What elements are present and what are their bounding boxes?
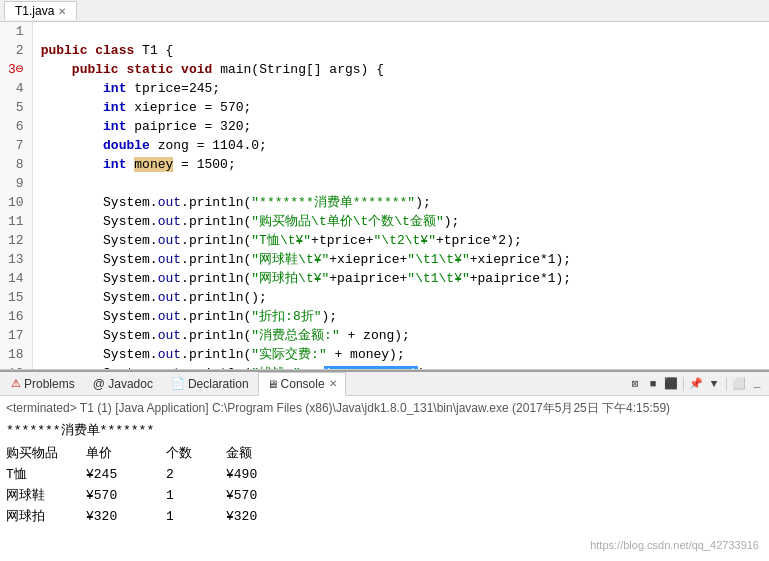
- watermark: https://blog.csdn.net/qq_42733916: [590, 539, 759, 551]
- console-area: <terminated> T1 (1) [Java Application] C…: [0, 396, 769, 561]
- pin-icon[interactable]: 📌: [688, 376, 704, 392]
- table-header-row: 购买物品 单价 个数 金额: [6, 443, 763, 464]
- code-content[interactable]: public class T1 { public static void mai…: [33, 22, 769, 370]
- bottom-tabs-bar: ⚠ Problems @ Javadoc 📄 Declaration 🖥 Con…: [0, 372, 769, 396]
- console-close-icon: ✕: [329, 378, 337, 389]
- console-label: Console: [281, 377, 325, 391]
- problems-label: Problems: [24, 377, 75, 391]
- tab-console[interactable]: 🖥 Console ✕: [258, 372, 346, 396]
- bottom-panel: ⚠ Problems @ Javadoc 📄 Declaration 🖥 Con…: [0, 370, 769, 561]
- declaration-label: Declaration: [188, 377, 249, 391]
- terminate-icon[interactable]: ⬛: [663, 376, 679, 392]
- tab-bar-top: T1.java ✕: [0, 0, 769, 22]
- terminated-line: <terminated> T1 (1) [Java Application] C…: [6, 400, 763, 417]
- file-tab[interactable]: T1.java ✕: [4, 1, 77, 20]
- close-icon[interactable]: ✕: [58, 6, 66, 17]
- clear-console-icon[interactable]: ⊠: [627, 376, 643, 392]
- console-output: *******消费单******* 购买物品 单价 个数 金额 T恤 ¥245 …: [6, 421, 763, 527]
- tab-label: T1.java: [15, 4, 54, 18]
- problems-icon: ⚠: [11, 377, 21, 390]
- editor-area: T1.java ✕ 1 2 3⊖ 4 5 6 7 8 9 10 11 12 13…: [0, 0, 769, 370]
- minimize-icon[interactable]: _: [749, 376, 765, 392]
- tab-problems[interactable]: ⚠ Problems: [2, 372, 84, 396]
- stop-icon[interactable]: ■: [645, 376, 661, 392]
- menu-icon[interactable]: ▼: [706, 376, 722, 392]
- table-row: T恤 ¥245 2 ¥490: [6, 464, 763, 485]
- line-numbers: 1 2 3⊖ 4 5 6 7 8 9 10 11 12 13 14 15 16 …: [0, 22, 33, 370]
- maximize-icon[interactable]: ⬜: [731, 376, 747, 392]
- output-table: 购买物品 单价 个数 金额 T恤 ¥245 2 ¥490 网球鞋 ¥570 1 …: [6, 443, 763, 527]
- output-line-header: *******消费单*******: [6, 421, 763, 441]
- tab-javadoc[interactable]: @ Javadoc: [84, 372, 162, 396]
- table-row: 网球鞋 ¥570 1 ¥570: [6, 485, 763, 506]
- console-icon: 🖥: [267, 378, 278, 390]
- tab-declaration[interactable]: 📄 Declaration: [162, 372, 258, 396]
- separator2: [726, 377, 727, 391]
- code-container: 1 2 3⊖ 4 5 6 7 8 9 10 11 12 13 14 15 16 …: [0, 22, 769, 370]
- separator1: [683, 377, 684, 391]
- javadoc-label: @ Javadoc: [93, 377, 153, 391]
- declaration-icon: 📄: [171, 377, 185, 390]
- table-row: 网球拍 ¥320 1 ¥320: [6, 506, 763, 527]
